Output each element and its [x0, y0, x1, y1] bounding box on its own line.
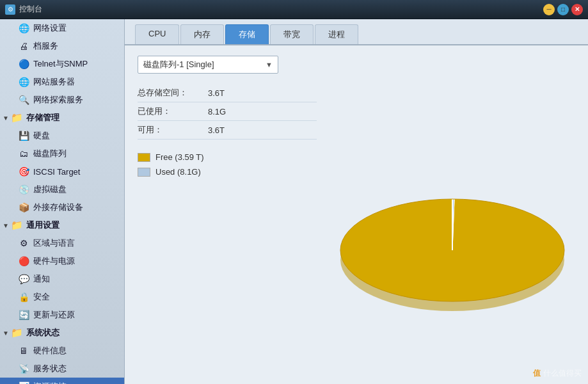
watermark-icon: 值 — [533, 368, 541, 379]
folder-icon: 📁 — [11, 112, 23, 124]
sidebar-item-region-language[interactable]: ⚙区域与语言 — [0, 234, 124, 252]
sidebar-item-label: 安全 — [33, 291, 50, 303]
sidebar-item-label: 存储管理 — [26, 112, 60, 124]
sidebar-item-resource-monitor[interactable]: 📊资源监控 — [0, 378, 124, 384]
stats-table: 总存储空间：3.6T已使用：8.1G可用：3.6T — [138, 84, 317, 140]
stat-row: 总存储空间：3.6T — [138, 84, 317, 102]
chart-legend: Free (3.59 T)Used (8.1G) — [138, 152, 317, 177]
legend-item: Free (3.59 T) — [138, 152, 317, 162]
item-icon: 🔍 — [18, 94, 29, 106]
chart-area — [330, 56, 575, 374]
sidebar-item-system-status[interactable]: ▼📁系统状态 — [0, 324, 124, 342]
sidebar-item-label: ISCSI Target — [33, 167, 80, 177]
maximize-button[interactable]: □ — [557, 4, 569, 15]
item-icon: 🗂 — [18, 148, 29, 159]
item-icon: 💬 — [18, 273, 29, 285]
chevron-down-icon: ▼ — [266, 61, 273, 68]
item-icon: 💿 — [18, 184, 29, 195]
folder-icon: 📁 — [11, 220, 23, 231]
tab-cpu[interactable]: CPU — [135, 24, 179, 44]
sidebar-item-general-settings[interactable]: ▼📁通用设置 — [0, 216, 124, 234]
item-icon: 📦 — [18, 202, 29, 213]
stat-label: 总存储空间： — [138, 87, 208, 99]
sidebar-item-label: 外接存储设备 — [33, 202, 83, 213]
triangle-icon: ▼ — [3, 330, 9, 337]
legend-color-swatch — [138, 168, 150, 177]
item-icon: 🖨 — [18, 40, 29, 52]
triangle-icon: ▼ — [3, 115, 9, 122]
item-icon: 📊 — [18, 381, 29, 384]
item-icon: 🔵 — [18, 58, 29, 70]
sidebar-item-label: 硬盘 — [33, 130, 50, 141]
sidebar-item-web-server[interactable]: 🌐网站服务器 — [0, 73, 124, 91]
item-icon: 🖥 — [18, 345, 29, 356]
sidebar-item-label: 资源监控 — [33, 381, 67, 384]
item-icon: 🔄 — [18, 309, 29, 321]
legend-color-swatch — [138, 153, 150, 162]
tab-memory[interactable]: 内存 — [180, 24, 224, 44]
sidebar-item-label: 磁盘阵列 — [33, 148, 67, 159]
sidebar-item-network-settings[interactable]: 🌐网络设置 — [0, 19, 124, 37]
sidebar-item-label: 系统状态 — [26, 327, 60, 339]
stat-label: 已使用： — [138, 106, 208, 117]
minimize-button[interactable]: ─ — [543, 4, 555, 15]
stat-label: 可用： — [138, 124, 208, 136]
sidebar-item-hdd[interactable]: 💾硬盘 — [0, 127, 124, 145]
sidebar-item-iscsi-target[interactable]: 🎯ISCSI Target — [0, 163, 124, 180]
main-container: 🌐网络设置🖨档服务🔵Telnet与SNMP🌐网站服务器🔍网络探索服务▼📁存储管理… — [0, 19, 588, 384]
watermark: 值 什么值得买 — [533, 368, 582, 379]
sidebar-item-external-storage[interactable]: 📦外接存储设备 — [0, 198, 124, 216]
sidebar-item-security[interactable]: 🔒安全 — [0, 288, 124, 306]
item-icon: 💾 — [18, 130, 29, 141]
window-controls: ─ □ ✕ — [543, 4, 583, 15]
sidebar-item-virtual-disk[interactable]: 💿虚拟磁盘 — [0, 180, 124, 198]
dropdown-row: 磁盘阵列-1 [Single] ▼ — [138, 56, 317, 74]
item-icon: 🎯 — [18, 166, 29, 177]
sidebar-item-disk-array[interactable]: 🗂磁盘阵列 — [0, 145, 124, 163]
stat-value: 8.1G — [208, 107, 226, 116]
watermark-text: 什么值得买 — [543, 368, 582, 379]
sidebar-item-notify[interactable]: 💬通知 — [0, 270, 124, 288]
folder-icon: 📁 — [11, 327, 23, 339]
sidebar-item-label: 硬件信息 — [33, 345, 67, 356]
legend-label: Used (8.1G) — [155, 167, 201, 177]
item-icon: 📡 — [18, 363, 29, 374]
triangle-icon: ▼ — [3, 222, 9, 229]
content-area: CPU内存存储带宽进程 磁盘阵列-1 [Single] ▼ 总存储空间：3.6T… — [125, 19, 588, 384]
sidebar-item-label: 网络探索服务 — [33, 94, 83, 106]
tab-bandwidth[interactable]: 带宽 — [270, 24, 314, 44]
stat-row: 可用：3.6T — [138, 121, 317, 140]
tab-storage[interactable]: 存储 — [225, 24, 269, 44]
sidebar-item-telnet-snmp[interactable]: 🔵Telnet与SNMP — [0, 55, 124, 73]
legend-label: Free (3.59 T) — [155, 152, 204, 162]
item-icon: 🌐 — [18, 76, 29, 88]
sidebar-item-hw-info[interactable]: 🖥硬件信息 — [0, 342, 124, 360]
sidebar-item-label: Telnet与SNMP — [33, 58, 88, 70]
item-icon: ⚙ — [18, 237, 29, 249]
disk-array-dropdown[interactable]: 磁盘阵列-1 [Single] ▼ — [138, 56, 278, 74]
close-button[interactable]: ✕ — [571, 4, 583, 15]
left-panel: 磁盘阵列-1 [Single] ▼ 总存储空间：3.6T已使用：8.1G可用：3… — [138, 56, 317, 374]
sidebar-item-hardware-power[interactable]: 🔴硬件与电源 — [0, 252, 124, 270]
sidebar-item-update-restore[interactable]: 🔄更新与还原 — [0, 306, 124, 324]
sidebar: 🌐网络设置🖨档服务🔵Telnet与SNMP🌐网站服务器🔍网络探索服务▼📁存储管理… — [0, 19, 125, 384]
sidebar-item-label: 通知 — [33, 273, 50, 285]
tab-process[interactable]: 进程 — [315, 24, 358, 44]
sidebar-item-file-service[interactable]: 🖨档服务 — [0, 37, 124, 55]
sidebar-item-storage-mgmt[interactable]: ▼📁存储管理 — [0, 109, 124, 127]
sidebar-item-label: 网站服务器 — [33, 76, 75, 88]
tab-bar: CPU内存存储带宽进程 — [125, 19, 588, 45]
stat-value: 3.6T — [208, 88, 225, 98]
sidebar-item-label: 服务状态 — [33, 363, 67, 374]
item-icon: 🔴 — [18, 255, 29, 267]
app-icon: ⚙ — [5, 4, 15, 15]
dropdown-value: 磁盘阵列-1 [Single] — [143, 59, 214, 70]
sidebar-item-network-discovery[interactable]: 🔍网络探索服务 — [0, 91, 124, 109]
stat-value: 3.6T — [208, 125, 225, 135]
content-body: 磁盘阵列-1 [Single] ▼ 总存储空间：3.6T已使用：8.1G可用：3… — [125, 45, 588, 384]
sidebar-item-label: 通用设置 — [26, 220, 60, 231]
sidebar-item-label: 更新与还原 — [33, 309, 75, 321]
sidebar-item-label: 虚拟磁盘 — [33, 184, 67, 195]
sidebar-item-label: 网络设置 — [33, 22, 67, 34]
sidebar-item-service-status[interactable]: 📡服务状态 — [0, 360, 124, 378]
